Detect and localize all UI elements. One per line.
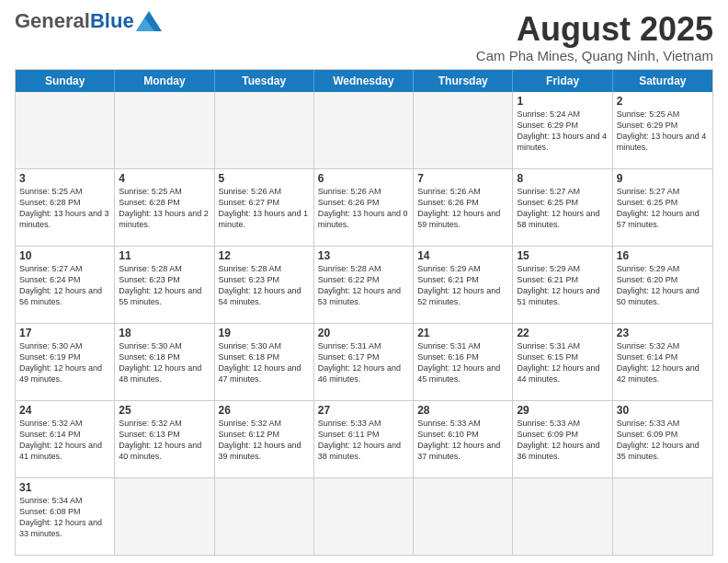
calendar-week-5: 24Sunrise: 5:32 AM Sunset: 6:14 PM Dayli… <box>16 401 712 478</box>
calendar-cell: 12Sunrise: 5:28 AM Sunset: 6:23 PM Dayli… <box>215 247 314 323</box>
calendar-cell: 5Sunrise: 5:26 AM Sunset: 6:27 PM Daylig… <box>215 169 314 246</box>
calendar-cell: 21Sunrise: 5:31 AM Sunset: 6:16 PM Dayli… <box>414 324 513 400</box>
day-info: Sunrise: 5:28 AM Sunset: 6:22 PM Dayligh… <box>318 263 409 308</box>
header-day-tuesday: Tuesday <box>215 70 314 92</box>
header-day-monday: Monday <box>115 70 214 92</box>
calendar-header: SundayMondayTuesdayWednesdayThursdayFrid… <box>16 70 712 92</box>
day-info: Sunrise: 5:33 AM Sunset: 6:11 PM Dayligh… <box>318 418 409 463</box>
calendar-cell <box>513 478 612 555</box>
calendar-cell <box>414 478 513 555</box>
calendar-cell: 16Sunrise: 5:29 AM Sunset: 6:20 PM Dayli… <box>613 247 712 323</box>
day-info: Sunrise: 5:29 AM Sunset: 6:20 PM Dayligh… <box>617 263 709 308</box>
header-day-saturday: Saturday <box>613 70 712 92</box>
calendar-cell: 2Sunrise: 5:25 AM Sunset: 6:29 PM Daylig… <box>613 92 712 168</box>
calendar-cell: 3Sunrise: 5:25 AM Sunset: 6:28 PM Daylig… <box>16 169 115 246</box>
day-number: 29 <box>517 404 608 417</box>
day-info: Sunrise: 5:33 AM Sunset: 6:09 PM Dayligh… <box>617 418 709 463</box>
day-number: 15 <box>517 249 608 262</box>
day-number: 5 <box>219 172 310 185</box>
calendar-cell: 27Sunrise: 5:33 AM Sunset: 6:11 PM Dayli… <box>314 401 414 477</box>
calendar-cell: 28Sunrise: 5:33 AM Sunset: 6:10 PM Dayli… <box>414 401 513 477</box>
day-number: 6 <box>318 172 409 185</box>
day-number: 24 <box>19 404 110 417</box>
calendar-cell <box>215 478 314 555</box>
calendar-cell: 1Sunrise: 5:24 AM Sunset: 6:29 PM Daylig… <box>513 92 612 168</box>
location: Cam Pha Mines, Quang Ninh, Vietnam <box>476 48 713 63</box>
day-info: Sunrise: 5:28 AM Sunset: 6:23 PM Dayligh… <box>219 263 310 308</box>
calendar-cell <box>115 92 214 168</box>
day-info: Sunrise: 5:33 AM Sunset: 6:09 PM Dayligh… <box>517 418 608 463</box>
day-number: 1 <box>517 95 608 108</box>
day-number: 11 <box>119 249 210 262</box>
day-info: Sunrise: 5:32 AM Sunset: 6:14 PM Dayligh… <box>617 340 709 385</box>
calendar-week-2: 3Sunrise: 5:25 AM Sunset: 6:28 PM Daylig… <box>16 169 712 247</box>
day-info: Sunrise: 5:30 AM Sunset: 6:19 PM Dayligh… <box>19 340 110 385</box>
day-number: 8 <box>517 172 608 185</box>
day-info: Sunrise: 5:29 AM Sunset: 6:21 PM Dayligh… <box>517 263 608 308</box>
calendar-week-3: 10Sunrise: 5:27 AM Sunset: 6:24 PM Dayli… <box>16 247 712 324</box>
day-number: 31 <box>19 481 110 494</box>
header-day-thursday: Thursday <box>414 70 513 92</box>
day-info: Sunrise: 5:25 AM Sunset: 6:28 PM Dayligh… <box>119 186 210 231</box>
day-info: Sunrise: 5:32 AM Sunset: 6:12 PM Dayligh… <box>219 418 310 463</box>
calendar-cell: 18Sunrise: 5:30 AM Sunset: 6:18 PM Dayli… <box>115 324 214 400</box>
day-number: 23 <box>617 327 709 339</box>
calendar-cell: 8Sunrise: 5:27 AM Sunset: 6:25 PM Daylig… <box>513 169 612 246</box>
day-number: 12 <box>219 249 310 262</box>
calendar-cell: 24Sunrise: 5:32 AM Sunset: 6:14 PM Dayli… <box>16 401 115 477</box>
calendar-cell: 4Sunrise: 5:25 AM Sunset: 6:28 PM Daylig… <box>115 169 214 246</box>
calendar-cell: 25Sunrise: 5:32 AM Sunset: 6:13 PM Dayli… <box>115 401 214 477</box>
day-number: 9 <box>617 172 709 185</box>
calendar-cell: 20Sunrise: 5:31 AM Sunset: 6:17 PM Dayli… <box>314 324 414 400</box>
calendar-cell: 29Sunrise: 5:33 AM Sunset: 6:09 PM Dayli… <box>513 401 612 477</box>
calendar-cell: 23Sunrise: 5:32 AM Sunset: 6:14 PM Dayli… <box>613 324 712 400</box>
day-info: Sunrise: 5:26 AM Sunset: 6:26 PM Dayligh… <box>318 186 409 231</box>
calendar-cell: 17Sunrise: 5:30 AM Sunset: 6:19 PM Dayli… <box>16 324 115 400</box>
calendar-cell: 22Sunrise: 5:31 AM Sunset: 6:15 PM Dayli… <box>513 324 612 400</box>
day-info: Sunrise: 5:29 AM Sunset: 6:21 PM Dayligh… <box>417 263 508 308</box>
day-number: 22 <box>517 327 608 339</box>
calendar-body: 1Sunrise: 5:24 AM Sunset: 6:29 PM Daylig… <box>16 92 712 555</box>
header-day-friday: Friday <box>513 70 612 92</box>
day-number: 7 <box>417 172 508 185</box>
day-number: 3 <box>19 172 110 185</box>
day-info: Sunrise: 5:32 AM Sunset: 6:14 PM Dayligh… <box>19 418 110 463</box>
day-info: Sunrise: 5:27 AM Sunset: 6:25 PM Dayligh… <box>617 186 709 231</box>
day-info: Sunrise: 5:34 AM Sunset: 6:08 PM Dayligh… <box>19 495 110 540</box>
logo-general-text: General <box>15 11 90 31</box>
month-title: August 2025 <box>476 11 713 48</box>
day-info: Sunrise: 5:31 AM Sunset: 6:17 PM Dayligh… <box>318 340 409 385</box>
calendar-cell: 6Sunrise: 5:26 AM Sunset: 6:26 PM Daylig… <box>314 169 414 246</box>
day-number: 20 <box>318 327 409 339</box>
header: General Blue August 2025 Cam Pha Mines, … <box>15 11 713 63</box>
calendar-cell <box>16 92 115 168</box>
day-info: Sunrise: 5:33 AM Sunset: 6:10 PM Dayligh… <box>417 418 508 463</box>
calendar-week-6: 31Sunrise: 5:34 AM Sunset: 6:08 PM Dayli… <box>16 478 712 555</box>
day-info: Sunrise: 5:32 AM Sunset: 6:13 PM Dayligh… <box>119 418 210 463</box>
day-info: Sunrise: 5:30 AM Sunset: 6:18 PM Dayligh… <box>219 340 310 385</box>
day-number: 2 <box>617 95 709 108</box>
calendar-cell <box>314 92 414 168</box>
page: General Blue August 2025 Cam Pha Mines, … <box>0 0 728 563</box>
calendar-cell <box>115 478 214 555</box>
calendar-cell: 9Sunrise: 5:27 AM Sunset: 6:25 PM Daylig… <box>613 169 712 246</box>
day-info: Sunrise: 5:26 AM Sunset: 6:26 PM Dayligh… <box>417 186 508 231</box>
day-info: Sunrise: 5:26 AM Sunset: 6:27 PM Dayligh… <box>219 186 310 231</box>
calendar-cell: 31Sunrise: 5:34 AM Sunset: 6:08 PM Dayli… <box>16 478 115 555</box>
day-number: 25 <box>119 404 210 417</box>
day-number: 19 <box>219 327 310 339</box>
day-number: 10 <box>19 249 110 262</box>
day-number: 18 <box>119 327 210 339</box>
day-number: 28 <box>417 404 508 417</box>
calendar-cell: 10Sunrise: 5:27 AM Sunset: 6:24 PM Dayli… <box>16 247 115 323</box>
calendar-week-1: 1Sunrise: 5:24 AM Sunset: 6:29 PM Daylig… <box>16 92 712 169</box>
calendar-cell: 19Sunrise: 5:30 AM Sunset: 6:18 PM Dayli… <box>215 324 314 400</box>
day-info: Sunrise: 5:31 AM Sunset: 6:15 PM Dayligh… <box>517 340 608 385</box>
day-number: 4 <box>119 172 210 185</box>
day-number: 27 <box>318 404 409 417</box>
calendar: SundayMondayTuesdayWednesdayThursdayFrid… <box>15 69 713 556</box>
day-info: Sunrise: 5:28 AM Sunset: 6:23 PM Dayligh… <box>119 263 210 308</box>
day-info: Sunrise: 5:24 AM Sunset: 6:29 PM Dayligh… <box>517 109 608 154</box>
calendar-cell: 26Sunrise: 5:32 AM Sunset: 6:12 PM Dayli… <box>215 401 314 477</box>
title-area: August 2025 Cam Pha Mines, Quang Ninh, V… <box>476 11 713 63</box>
